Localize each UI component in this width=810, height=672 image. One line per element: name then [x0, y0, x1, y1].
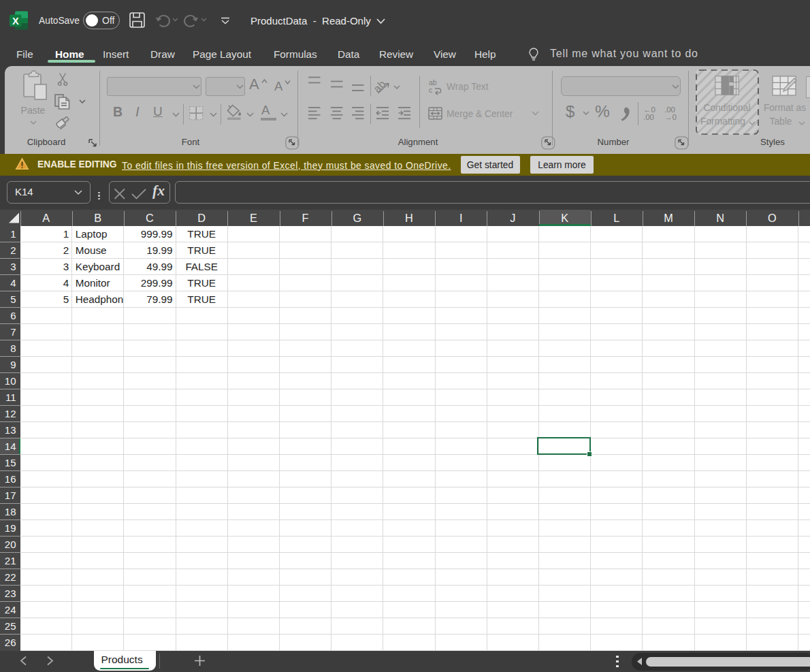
svg-text:X: X — [12, 16, 19, 27]
svg-text:c: c — [429, 86, 432, 94]
